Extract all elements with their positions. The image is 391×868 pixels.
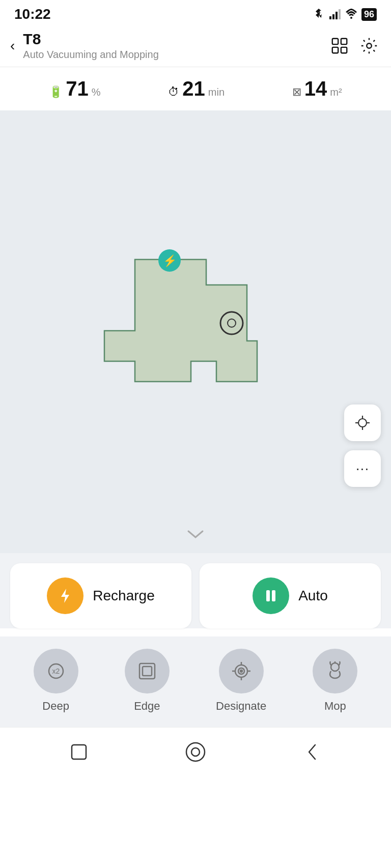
svg-rect-7 [332,47,338,52]
area-unit: m² [330,86,342,98]
time-stat: ⏱ 21 min [168,77,225,100]
device-name: T8 [23,31,158,48]
recharge-icon-circle [47,577,83,614]
designate-icon-circle [219,649,264,693]
stats-bar: 🔋 71 % ⏱ 21 min ⊠ 14 m² [0,67,391,110]
svg-point-36 [186,743,205,761]
header-left: ‹ T8 Auto Vacuuming and Mopping [10,31,159,61]
collapse-chevron[interactable] [185,527,206,543]
svg-point-4 [350,17,352,19]
svg-rect-25 [143,667,152,676]
deep-icon: x2 [44,659,68,683]
recharge-button[interactable]: Recharge [10,563,191,628]
more-dots-icon: ··· [356,460,369,477]
svg-rect-8 [341,47,347,52]
area-icon: ⊠ [292,85,301,99]
svg-marker-19 [61,589,69,603]
back-nav-button[interactable] [298,738,326,766]
deep-label: Deep [42,700,69,713]
svg-text:x2: x2 [52,667,60,675]
mop-icon-circle [313,649,357,693]
bottom-nav [0,727,391,782]
svg-rect-21 [272,590,275,601]
auto-button[interactable]: Auto [200,563,381,628]
svg-text:⚡: ⚡ [163,254,177,268]
edge-icon-circle [125,649,170,693]
svg-rect-0 [329,16,331,19]
svg-rect-20 [266,590,270,601]
svg-point-14 [358,419,367,427]
mop-icon [323,659,347,683]
action-row: Recharge Auto [0,553,391,628]
wifi-icon [345,8,357,20]
bluetooth-icon [313,8,325,20]
designate-label: Designate [216,700,266,713]
svg-rect-24 [139,663,155,679]
stop-button[interactable] [65,738,93,766]
header-title-group: T8 Auto Vacuuming and Mopping [23,31,158,61]
time-icon: ⏱ [168,85,179,99]
area-stat: ⊠ 14 m² [292,77,342,100]
area-value: 14 [304,77,327,100]
map-area[interactable]: ⚡ ··· [0,110,391,553]
back-button[interactable]: ‹ [10,39,15,53]
rooms-icon[interactable] [330,36,349,55]
home-circle-icon [183,740,208,764]
time-unit: min [208,86,225,98]
more-button[interactable]: ··· [344,450,381,487]
stop-icon [68,741,90,763]
auto-label: Auto [298,588,328,604]
deep-icon-circle: x2 [34,649,78,693]
crosshair-icon [354,415,371,431]
mode-deep[interactable]: x2 Deep [34,649,78,713]
chevron-down-icon [185,529,206,539]
home-button[interactable] [181,738,210,766]
battery-unit: % [92,86,101,98]
back-icon [301,741,323,763]
signal-icon [329,8,341,20]
settings-icon[interactable] [359,36,379,55]
status-time: 10:22 [14,6,51,22]
svg-rect-1 [332,14,334,19]
device-mode: Auto Vacuuming and Mopping [23,49,158,61]
header: ‹ T8 Auto Vacuuming and Mopping [0,26,391,67]
svg-rect-6 [341,38,347,44]
mop-label: Mop [324,700,346,713]
bolt-icon [56,587,74,605]
battery-indicator: 96 [361,8,377,21]
recharge-label: Recharge [93,588,154,604]
auto-icon-circle [253,577,289,614]
svg-point-28 [240,670,242,672]
svg-rect-35 [72,745,86,759]
status-bar: 10:22 96 [0,0,391,26]
status-icons: 96 [313,8,377,21]
mode-designate[interactable]: Designate [216,649,266,713]
battery-stat: 🔋 71 % [49,77,100,100]
svg-rect-2 [336,12,338,19]
battery-value: 71 [66,77,89,100]
svg-point-37 [191,748,200,756]
header-right [330,36,379,55]
mode-mop[interactable]: Mop [313,649,357,713]
svg-point-33 [331,663,339,671]
floor-plan-svg: ⚡ [89,239,283,422]
battery-icon: 🔋 [49,85,63,99]
edge-icon [135,659,159,683]
edge-label: Edge [134,700,160,713]
svg-rect-5 [332,38,338,44]
designate-icon [230,659,253,683]
svg-rect-3 [339,9,341,19]
mode-edge[interactable]: Edge [125,649,170,713]
mode-row: x2 Deep Edge Designate [0,636,391,727]
svg-point-9 [367,43,372,48]
floor-plan-container: ⚡ [89,239,283,424]
time-value: 21 [182,77,205,100]
pause-icon [262,587,280,605]
locate-button[interactable] [344,404,381,441]
